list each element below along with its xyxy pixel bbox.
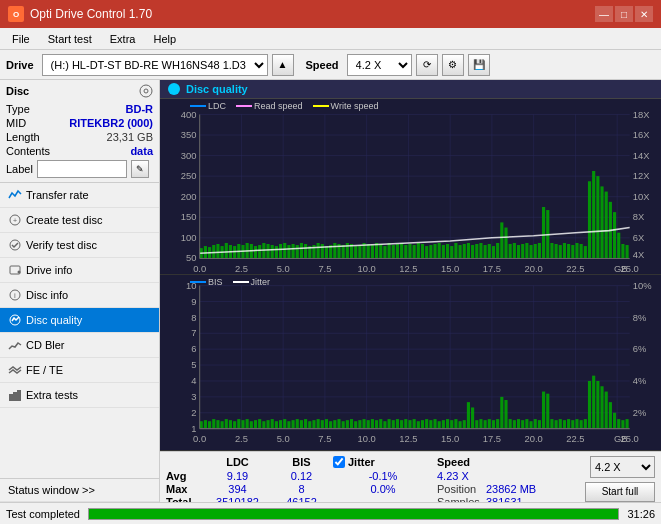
disc-label-edit-button[interactable]: ✎ xyxy=(131,160,149,178)
svg-rect-266 xyxy=(421,420,424,428)
sidebar-item-extra-tests[interactable]: Extra tests xyxy=(0,383,159,408)
svg-rect-219 xyxy=(225,419,228,429)
disc-section-title: Disc xyxy=(6,85,29,97)
svg-rect-228 xyxy=(262,421,265,428)
stats-samples-value: 381631 xyxy=(486,496,523,502)
svg-rect-263 xyxy=(408,420,411,428)
disc-type-value: BD-R xyxy=(126,103,154,115)
stats-total-row: Total 3510182 46152 Samples 381631 xyxy=(166,496,577,502)
svg-rect-92 xyxy=(333,243,336,258)
svg-rect-226 xyxy=(254,420,257,428)
sidebar-item-disc-info[interactable]: i Disc info xyxy=(0,283,159,308)
svg-rect-11 xyxy=(13,392,17,401)
svg-text:4%: 4% xyxy=(633,375,647,386)
stats-position-label: Position xyxy=(437,483,482,495)
svg-rect-154 xyxy=(592,171,595,258)
svg-rect-256 xyxy=(379,419,382,429)
svg-rect-311 xyxy=(609,402,612,428)
svg-text:12X: 12X xyxy=(633,171,650,181)
svg-rect-281 xyxy=(484,420,487,428)
svg-rect-297 xyxy=(550,419,553,429)
svg-rect-291 xyxy=(525,419,528,429)
settings-button[interactable]: ⚙ xyxy=(442,54,464,76)
save-button[interactable]: 💾 xyxy=(468,54,490,76)
svg-rect-276 xyxy=(463,420,466,428)
svg-text:14X: 14X xyxy=(633,151,650,161)
svg-text:20.0: 20.0 xyxy=(525,433,543,444)
sidebar-item-create-test-disc[interactable]: + Create test disc xyxy=(0,208,159,233)
svg-point-0 xyxy=(140,85,152,97)
svg-rect-118 xyxy=(442,245,445,258)
svg-rect-252 xyxy=(362,419,365,429)
svg-rect-310 xyxy=(605,391,608,428)
svg-text:4X: 4X xyxy=(633,250,645,260)
jitter-checkbox[interactable] xyxy=(333,456,345,468)
refresh-button[interactable]: ⟳ xyxy=(416,54,438,76)
svg-point-1 xyxy=(144,89,148,93)
stats-avg-row: Avg 9.19 0.12 -0.1% 4.23 X xyxy=(166,470,577,482)
sidebar-item-cd-bler[interactable]: CD Bler xyxy=(0,333,159,358)
svg-rect-132 xyxy=(500,222,503,258)
sidebar-item-fe-te[interactable]: FE / TE xyxy=(0,358,159,383)
svg-rect-271 xyxy=(442,420,445,428)
svg-rect-287 xyxy=(509,419,512,429)
drive-select[interactable]: (H:) HL-DT-ST BD-RE WH16NS48 1.D3 xyxy=(42,54,268,76)
disc-contents-row: Contents data xyxy=(6,144,153,158)
menu-help[interactable]: Help xyxy=(145,31,184,47)
disc-quality-header-icon xyxy=(168,83,180,95)
svg-rect-161 xyxy=(621,244,624,258)
svg-rect-298 xyxy=(555,420,558,428)
svg-rect-294 xyxy=(538,420,541,428)
svg-rect-220 xyxy=(229,420,232,428)
svg-text:150: 150 xyxy=(181,212,197,222)
right-controls: 4.2 X Start full Start part xyxy=(585,456,655,502)
svg-rect-275 xyxy=(459,421,462,428)
svg-rect-227 xyxy=(258,419,261,429)
sidebar-item-verify-test-disc-label: Verify test disc xyxy=(26,239,97,251)
svg-rect-116 xyxy=(433,244,436,258)
svg-text:10.0: 10.0 xyxy=(358,264,376,274)
svg-rect-247 xyxy=(342,421,345,428)
svg-text:8: 8 xyxy=(191,311,196,322)
svg-rect-79 xyxy=(279,244,282,258)
start-full-button[interactable]: Start full xyxy=(585,482,655,502)
extra-tests-icon xyxy=(8,388,22,402)
eject-button[interactable]: ▲ xyxy=(272,54,294,76)
sidebar-item-status-window[interactable]: Status window >> xyxy=(0,478,159,502)
svg-rect-104 xyxy=(383,246,386,258)
svg-rect-160 xyxy=(617,233,620,259)
svg-rect-262 xyxy=(404,419,407,429)
progress-bar-fill xyxy=(89,509,618,519)
sidebar-item-verify-test-disc[interactable]: Verify test disc xyxy=(0,233,159,258)
speed-select[interactable]: 4.2 X xyxy=(347,54,412,76)
svg-rect-306 xyxy=(588,381,591,429)
menu-file[interactable]: File xyxy=(4,31,38,47)
menu-start-test[interactable]: Start test xyxy=(40,31,100,47)
maximize-button[interactable]: □ xyxy=(615,6,633,22)
svg-rect-109 xyxy=(404,245,407,258)
svg-rect-278 xyxy=(471,407,474,428)
svg-rect-149 xyxy=(571,245,574,258)
sidebar-item-drive-info[interactable]: Drive info xyxy=(0,258,159,283)
svg-rect-110 xyxy=(408,244,411,258)
svg-rect-74 xyxy=(258,245,261,258)
svg-rect-121 xyxy=(454,243,457,258)
jitter-legend-item: Jitter xyxy=(233,277,271,287)
stats-avg-label: Avg xyxy=(166,470,201,482)
disc-mid-value: RITEKBR2 (000) xyxy=(69,117,153,129)
disc-type-row: Type BD-R xyxy=(6,102,153,116)
svg-rect-157 xyxy=(605,192,608,259)
minimize-button[interactable]: — xyxy=(595,6,613,22)
disc-mid-label: MID xyxy=(6,117,26,129)
sidebar-item-transfer-rate[interactable]: Transfer rate xyxy=(0,183,159,208)
speed-select-stats[interactable]: 4.2 X xyxy=(590,456,655,478)
sidebar-item-transfer-rate-label: Transfer rate xyxy=(26,189,89,201)
close-button[interactable]: ✕ xyxy=(635,6,653,22)
menu-extra[interactable]: Extra xyxy=(102,31,144,47)
sidebar-item-disc-quality[interactable]: Disc quality xyxy=(0,308,159,333)
svg-text:8X: 8X xyxy=(633,212,645,222)
svg-rect-113 xyxy=(421,244,424,258)
disc-label-input[interactable] xyxy=(37,160,127,178)
svg-rect-216 xyxy=(212,419,215,429)
svg-rect-292 xyxy=(529,421,532,428)
